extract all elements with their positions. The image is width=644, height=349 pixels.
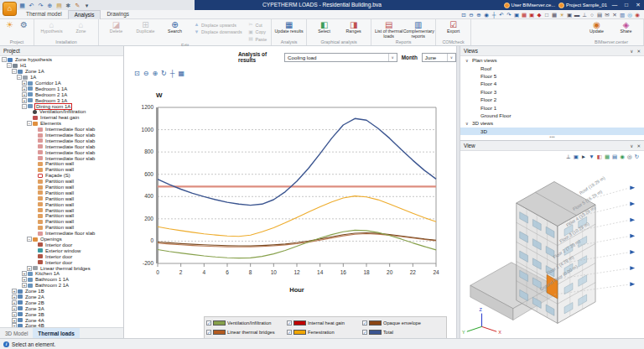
tree-item-kitchen-1a[interactable]: +Kitchen 1A [0, 271, 123, 277]
window-icon[interactable]: □ [543, 11, 550, 18]
paste-button[interactable]: ▤Paste [248, 36, 267, 42]
tree-item-partition-wall[interactable]: Partition wall [0, 207, 123, 213]
save-icon[interactable]: ▦ [18, 2, 26, 9]
perpendicular-icon[interactable]: ⊥ [581, 11, 588, 18]
tree-item-intermediate-floor-slab[interactable]: Intermediate floor slab [0, 149, 123, 155]
displace-downwards-button[interactable]: ▼Displace downwards [194, 29, 242, 35]
tree-item-h1[interactable]: −H1 [0, 63, 123, 69]
tree-item-linear-thermal-bridges[interactable]: +Linear thermal bridges [0, 265, 123, 271]
select-button[interactable]: ◧Select [309, 20, 339, 34]
collapse-toggle-icon[interactable]: − [2, 57, 7, 62]
tree-item-intermediate-floor-slab[interactable]: Intermediate floor slab [0, 231, 123, 237]
collapse-toggle-icon[interactable]: − [7, 63, 12, 68]
cut-button[interactable]: ✂Cut [248, 22, 267, 28]
tree-item-zone-hypothesis[interactable]: −Zone hypothesis [0, 57, 123, 63]
tree-item-fa-ade-s[interactable]: Façade (S) [0, 173, 123, 179]
legend-checkbox[interactable]: ✓ [362, 330, 367, 335]
floor-visibility-marker[interactable] [630, 250, 635, 254]
camera-icon[interactable]: ▣ [566, 11, 573, 18]
tree-item-intermediate-floor-slab[interactable]: Intermediate floor slab [0, 127, 123, 133]
tree-item-zone-3a[interactable]: +Zone 3A [0, 305, 123, 311]
help-icon[interactable]: ◉ [634, 11, 641, 18]
expand-toggle-icon[interactable]: + [22, 81, 27, 86]
split-icon[interactable]: ◧ [597, 153, 602, 160]
monitor-icon[interactable]: ▬ [574, 11, 580, 18]
expand-toggle-icon[interactable]: + [22, 283, 27, 288]
redo-icon[interactable]: ↷ [37, 2, 44, 9]
open-icon[interactable]: ▤ [55, 2, 63, 9]
tree-item-partition-wall[interactable]: Partition wall [0, 201, 123, 207]
tree-item-interior-door[interactable]: Interior door [0, 259, 123, 265]
tree-item-dining-room-1a[interactable]: −Dining room 1A [0, 103, 123, 109]
floor-visibility-marker[interactable] [630, 185, 635, 190]
close-button[interactable]: ✕ [634, 0, 642, 10]
layers-icon[interactable]: ▤ [612, 153, 617, 160]
layout-icon[interactable]: ▥ [619, 11, 626, 18]
tree-item-intermediate-floor-slab[interactable]: Intermediate floor slab [0, 138, 123, 143]
view-item-ground-floor[interactable]: Ground Floor [460, 112, 644, 119]
select-icon[interactable]: ► [581, 153, 586, 160]
floor-visibility-marker[interactable] [630, 234, 635, 238]
previous-view-icon[interactable]: ↶ [498, 11, 505, 18]
view-item-floor-2[interactable]: Floor 2 [460, 96, 644, 103]
view-item-floor-5[interactable]: Floor 5 [460, 72, 644, 80]
expand-toggle-icon[interactable]: + [22, 271, 27, 276]
download-icon[interactable]: ▼ [589, 153, 594, 160]
legend-checkbox[interactable]: ✓ [206, 320, 211, 326]
zone-button[interactable]: ⌂Zone [66, 20, 96, 34]
hypothesis-button[interactable]: ⌂Hypothesis [37, 20, 66, 34]
clock-icon[interactable]: ○ [589, 11, 595, 18]
expand-toggle-icon[interactable]: + [22, 277, 27, 282]
texture-icon[interactable]: ▦ [605, 153, 610, 160]
tree-item-partition-wall[interactable]: Partition wall [0, 195, 123, 201]
tab-drawings[interactable]: Drawings [101, 10, 135, 18]
expand-toggle-icon[interactable]: + [12, 294, 17, 300]
legend-checkbox[interactable]: ✓ [287, 330, 292, 335]
visibility-icon[interactable]: ◎ [627, 153, 632, 160]
update-results-button[interactable]: ▦Update results [274, 20, 304, 34]
delete-button[interactable]: ◪Delete [101, 20, 131, 34]
tree-item-partition-wall[interactable]: Partition wall [0, 179, 123, 185]
settings-icon[interactable]: ✱ [65, 2, 72, 9]
collapse-toggle-icon[interactable]: − [27, 237, 32, 242]
collapse-toggle-icon[interactable]: − [22, 104, 27, 109]
complementary-reports-button[interactable]: ▥Complementary reports [403, 20, 433, 39]
tree-item-partition-wall[interactable]: Partition wall [0, 167, 123, 173]
list-of-thermal-loads-button[interactable]: ▤List of thermal loads [374, 20, 403, 39]
search-button[interactable]: ⊕Search [160, 20, 190, 34]
panel-collapse-icon[interactable]: ∨ [630, 49, 633, 54]
collapse-toggle-icon[interactable]: − [17, 75, 22, 80]
pan-icon[interactable]: ┼ [170, 70, 175, 78]
expand-toggle-icon[interactable]: + [12, 318, 17, 323]
minimize-button[interactable]: — [610, 0, 619, 10]
tree-item-partition-wall[interactable]: Partition wall [0, 190, 123, 195]
expand-toggle-icon[interactable]: + [12, 289, 17, 294]
light-icon[interactable]: ☀ [558, 11, 565, 18]
legend-checkbox[interactable]: ✓ [206, 330, 211, 335]
ref-edit-icon[interactable]: ▦ [521, 11, 527, 18]
expand-toggle-icon[interactable]: + [12, 300, 17, 305]
ref-lock-icon[interactable]: ▣ [528, 11, 535, 18]
tree-item-zone-2b[interactable]: +Zone 2B [0, 300, 123, 305]
grid-icon[interactable]: ▦ [551, 11, 558, 18]
refresh-icon[interactable]: ↻ [161, 70, 167, 78]
app-logo-icon[interactable]: ⌂ [3, 2, 17, 16]
tree-item-partition-wall[interactable]: Partition wall [0, 185, 123, 190]
tree-item-internal-heat-gain[interactable]: Internal heat gain [0, 115, 123, 121]
expand-toggle-icon[interactable]: + [22, 92, 27, 97]
tree-item-bathroom-2-1a[interactable]: +Bathroom 2 1A [0, 283, 123, 289]
views-group-3d-views[interactable]: ∨3D views [460, 119, 644, 127]
floor-visibility-marker[interactable] [630, 218, 635, 222]
tree-item-exterior-window[interactable]: Exterior window [0, 247, 123, 253]
view-item-floor-3[interactable]: Floor 3 [460, 88, 644, 96]
project-settings-button[interactable]: ⚙ [17, 20, 31, 29]
tab-analysis[interactable]: Analysis [68, 10, 101, 19]
expand-toggle-icon[interactable]: + [22, 98, 27, 103]
floor-visibility-marker[interactable] [630, 282, 635, 286]
views-group-plan-views[interactable]: ∨Plan views [460, 56, 644, 64]
axes-icon[interactable]: ⊥ [566, 153, 571, 160]
expand-toggle-icon[interactable]: + [27, 266, 32, 271]
zoom-window-icon[interactable]: ⊡ [134, 70, 140, 78]
tree-item-intermediate-floor-slab[interactable]: Intermediate floor slab [0, 133, 123, 138]
tree-item-zone-1b[interactable]: +Zone 1B [0, 289, 123, 294]
